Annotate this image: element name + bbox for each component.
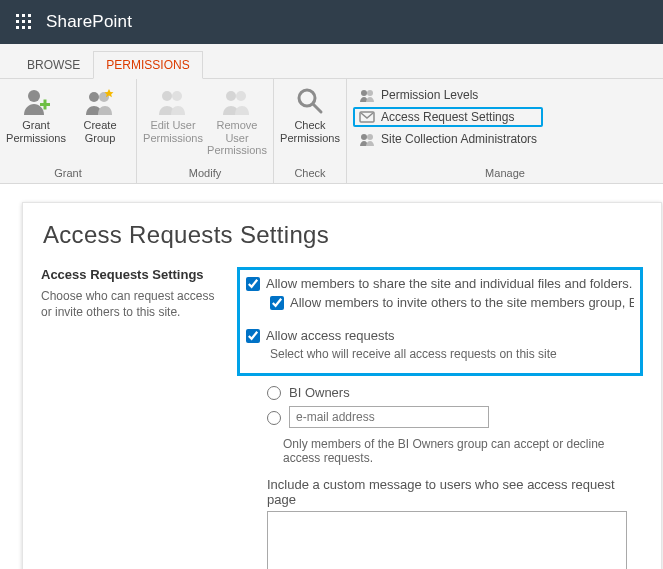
svg-rect-5 xyxy=(28,20,31,23)
allow-access-requests-checkbox[interactable] xyxy=(246,329,260,343)
grant-group-label: Grant xyxy=(6,165,130,181)
section-left: Access Requests Settings Choose who can … xyxy=(41,267,237,320)
svg-point-14 xyxy=(162,91,172,101)
radio-bi-owners[interactable] xyxy=(267,386,281,400)
remove-user-permissions-label: Remove User Permissions xyxy=(207,119,267,157)
admin-icon xyxy=(359,131,375,147)
svg-line-19 xyxy=(313,104,321,112)
permission-levels-button[interactable]: Permission Levels xyxy=(353,85,543,105)
ribbon-group-check: Check Permissions Check xyxy=(274,79,347,183)
svg-point-23 xyxy=(361,134,367,140)
custom-message-textarea[interactable] xyxy=(267,511,627,569)
tab-permissions[interactable]: PERMISSIONS xyxy=(93,51,202,79)
waffle-icon[interactable] xyxy=(8,6,40,38)
svg-point-21 xyxy=(367,90,373,96)
svg-rect-4 xyxy=(22,20,25,23)
allow-share-label: Allow members to share the site and indi… xyxy=(266,276,632,291)
svg-point-24 xyxy=(367,134,373,140)
site-collection-admins-button[interactable]: Site Collection Administrators xyxy=(353,129,543,149)
svg-point-20 xyxy=(361,90,367,96)
levels-icon xyxy=(359,87,375,103)
section-title: Access Requests Settings xyxy=(41,267,227,282)
svg-point-15 xyxy=(172,91,182,101)
modify-group-label: Modify xyxy=(143,165,267,181)
page-title: Access Requests Settings xyxy=(43,221,643,249)
svg-point-9 xyxy=(28,90,40,102)
include-message-label: Include a custom message to users who se… xyxy=(243,471,643,511)
check-group-label: Check xyxy=(280,165,340,181)
allow-invite-checkbox[interactable] xyxy=(270,296,284,310)
svg-point-12 xyxy=(89,92,99,102)
access-request-settings-label: Access Request Settings xyxy=(381,110,514,124)
edit-user-permissions-label: Edit User Permissions xyxy=(143,119,203,144)
user-plus-icon xyxy=(20,85,52,117)
svg-point-17 xyxy=(236,91,246,101)
magnifier-icon xyxy=(294,85,326,117)
svg-point-16 xyxy=(226,91,236,101)
create-group-button[interactable]: Create Group xyxy=(70,83,130,146)
permission-levels-label: Permission Levels xyxy=(381,88,478,102)
create-group-label: Create Group xyxy=(83,119,116,144)
radio-bi-owners-label: BI Owners xyxy=(289,385,350,400)
edit-user-permissions-button[interactable]: Edit User Permissions xyxy=(143,83,203,146)
radio-email[interactable] xyxy=(267,411,281,425)
site-collection-admins-label: Site Collection Administrators xyxy=(381,132,537,146)
manage-group-label: Manage xyxy=(353,165,657,181)
tabstrip: BROWSE PERMISSIONS xyxy=(0,44,663,78)
allow-share-checkbox[interactable] xyxy=(246,277,260,291)
grant-permissions-label: Grant Permissions xyxy=(6,119,66,144)
allow-access-requests-label: Allow access requests xyxy=(266,328,395,343)
email-input[interactable] xyxy=(289,406,489,428)
page-sheet: Access Requests Settings Access Requests… xyxy=(22,202,662,569)
radio-email-row[interactable] xyxy=(243,403,643,431)
remove-user-permissions-button[interactable]: Remove User Permissions xyxy=(207,83,267,159)
user-edit-icon xyxy=(157,85,189,117)
allow-invite-option[interactable]: Allow members to invite others to the si… xyxy=(246,293,634,312)
access-request-settings-button[interactable]: Access Request Settings xyxy=(353,107,543,127)
only-members-hint: Only members of the BI Owners group can … xyxy=(243,431,643,471)
svg-rect-1 xyxy=(22,14,25,17)
check-permissions-label: Check Permissions xyxy=(280,119,340,144)
ribbon-group-grant: Grant Permissions Create Group Grant xyxy=(0,79,137,183)
svg-rect-6 xyxy=(16,26,19,29)
select-who-text: Select who will receive all access reque… xyxy=(246,345,634,363)
suite-bar: SharePoint xyxy=(0,0,663,44)
svg-rect-8 xyxy=(28,26,31,29)
allow-invite-label: Allow members to invite others to the si… xyxy=(290,295,634,310)
suite-title: SharePoint xyxy=(46,12,132,32)
grant-permissions-button[interactable]: Grant Permissions xyxy=(6,83,66,146)
ribbon: Grant Permissions Create Group Grant Edi… xyxy=(0,78,663,184)
check-permissions-button[interactable]: Check Permissions xyxy=(280,83,340,146)
ribbon-group-modify: Edit User Permissions Remove User Permis… xyxy=(137,79,274,183)
recipient-options: BI Owners Only members of the BI Owners … xyxy=(237,376,643,569)
allow-share-option[interactable]: Allow members to share the site and indi… xyxy=(246,274,634,293)
ribbon-group-manage: Permission Levels Access Request Setting… xyxy=(347,79,663,183)
highlighted-options-box: Allow members to share the site and indi… xyxy=(237,267,643,376)
allow-access-requests-option[interactable]: Allow access requests xyxy=(246,326,634,345)
tab-browse[interactable]: BROWSE xyxy=(14,51,93,79)
svg-rect-7 xyxy=(22,26,25,29)
svg-rect-0 xyxy=(16,14,19,17)
user-remove-icon xyxy=(221,85,253,117)
svg-rect-3 xyxy=(16,20,19,23)
group-add-icon xyxy=(84,85,116,117)
radio-bi-owners-row[interactable]: BI Owners xyxy=(243,382,643,403)
request-settings-icon xyxy=(359,109,375,125)
section-desc: Choose who can request access or invite … xyxy=(41,288,227,320)
svg-rect-11 xyxy=(44,100,47,110)
svg-rect-2 xyxy=(28,14,31,17)
